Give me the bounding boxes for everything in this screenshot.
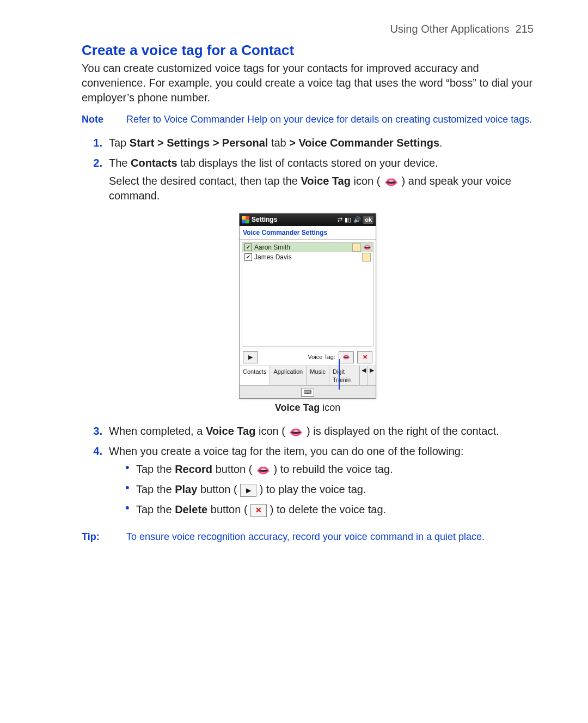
contact-name: Aaron Smith [254, 243, 290, 252]
tip-label: Tip: [82, 530, 109, 543]
tip-block: Tip: To ensure voice recognition accurac… [82, 530, 534, 543]
step-3-body: When completed, a Voice Tag icon ( 👄 ) i… [109, 424, 534, 439]
steps-list-cont: 3. When completed, a Voice Tag icon ( 👄 … [82, 424, 534, 525]
checkbox-icon[interactable]: ✔ [244, 253, 252, 261]
step-number: 3. [82, 424, 109, 439]
note-label: Note [82, 113, 109, 126]
section-name: Using Other Applications [390, 23, 509, 35]
tab-scroll-right[interactable]: ▶ [367, 366, 376, 386]
contact-card-icon [362, 253, 371, 262]
list-item[interactable]: ✔ James Davis [242, 252, 373, 262]
callout-line [339, 359, 340, 390]
note-block: Note Refer to Voice Commander Help on yo… [82, 113, 534, 126]
step-number: 2. [82, 156, 109, 206]
keyboard-icon[interactable]: ⌨ [301, 388, 314, 397]
sync-icon: ⇄ [338, 216, 342, 224]
action-bullets: Tap the Record button ( 👄 ) to rebuild t… [109, 462, 534, 517]
device-screenshot: Settings ⇄ ▮▯ 🔊 ok Voice Commander Setti… [239, 213, 376, 399]
voice-tag-icon: 👄 [363, 244, 371, 251]
intro-paragraph: You can create customized voice tags for… [82, 61, 534, 105]
step-1-body: Tap Start > Settings > Personal tab > Vo… [109, 136, 534, 150]
record-icon: 👄 [255, 464, 271, 476]
bullet-record: Tap the Record button ( 👄 ) to rebuild t… [125, 462, 534, 477]
step-2-body: The Contacts tab displays the list of co… [109, 156, 534, 206]
tab-scroll-left[interactable]: ◀ [359, 366, 367, 386]
play-button[interactable]: ▶ [243, 351, 258, 363]
tab-contacts[interactable]: Contacts [240, 366, 270, 386]
titlebar-title: Settings [252, 215, 277, 224]
signal-icon: ▮▯ [345, 216, 351, 224]
record-voice-tag-button[interactable]: 👄 [339, 351, 354, 363]
bullet-play: Tap the Play button ( ) to play the voic… [125, 482, 534, 497]
volume-icon: 🔊 [353, 216, 361, 224]
page-number: 215 [516, 23, 534, 35]
delete-icon: ✕ [250, 504, 267, 517]
note-text: Refer to Voice Commander Help on your de… [126, 113, 534, 126]
tab-music[interactable]: Music [307, 366, 329, 386]
steps-list: 1. Tap Start > Settings > Personal tab >… [82, 136, 534, 206]
page-header: Using Other Applications 215 [82, 22, 534, 37]
voice-tag-icon: 👄 [383, 176, 399, 188]
page-title: Create a voice tag for a Contact [82, 41, 534, 60]
sip-bar: ⌨ [240, 385, 376, 398]
contact-name: James Davis [254, 253, 292, 262]
play-icon [240, 484, 256, 497]
tabs-bar: Contacts Application Music Digit Trainin… [240, 366, 376, 386]
step-number: 4. [82, 444, 109, 525]
voice-tag-icon: 👄 [288, 426, 303, 438]
contact-card-icon [352, 243, 361, 252]
checkbox-icon[interactable]: ✔ [244, 244, 252, 251]
start-flag-icon[interactable] [242, 216, 249, 223]
tip-text: To ensure voice recognition accuracy, re… [126, 530, 534, 543]
bullet-delete: Tap the Delete button ( ✕ ) to delete th… [125, 502, 534, 517]
step-number: 1. [82, 136, 109, 150]
tab-application[interactable]: Application [270, 366, 307, 386]
tab-digit-training[interactable]: Digit Trainin [329, 366, 359, 386]
voice-tag-toolbar: ▶ Voice Tag: 👄 ✕ [240, 349, 376, 366]
status-icons: ⇄ ▮▯ 🔊 ok [338, 216, 373, 224]
voice-tag-label: Voice Tag: [308, 353, 335, 361]
screen-subheader: Voice Commander Settings [240, 226, 376, 240]
figure-caption: Voice Tag icon [275, 401, 340, 414]
device-titlebar: Settings ⇄ ▮▯ 🔊 ok [240, 214, 376, 226]
step-4-body: When you create a voice tag for the item… [109, 444, 534, 525]
device-figure: Settings ⇄ ▮▯ 🔊 ok Voice Commander Setti… [82, 213, 534, 414]
ok-button[interactable]: ok [363, 216, 373, 224]
list-item[interactable]: ✔ Aaron Smith 👄 [242, 242, 373, 252]
contacts-list[interactable]: ✔ Aaron Smith 👄 ✔ James Davis [242, 242, 373, 347]
delete-voice-tag-button[interactable]: ✕ [357, 351, 372, 363]
